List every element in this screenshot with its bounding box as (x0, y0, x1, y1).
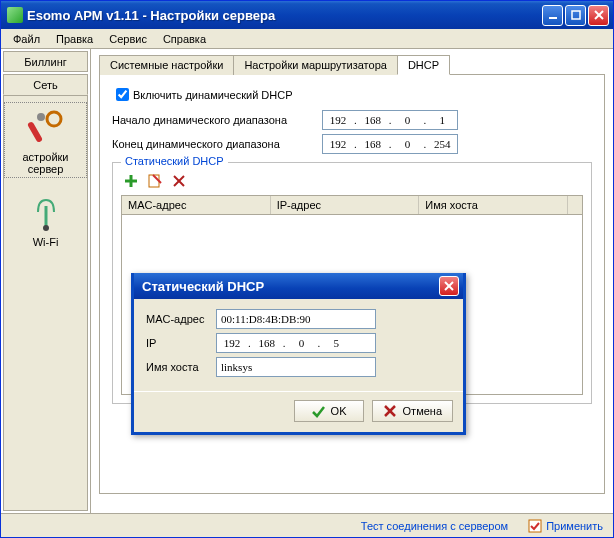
close-button[interactable] (588, 5, 609, 26)
dialog-close-button[interactable] (439, 276, 459, 296)
sidebar-item-label: астройки сервер (7, 151, 84, 175)
column-spacer (568, 196, 582, 214)
statusbar: Тест соединения с сервером Применить (1, 513, 613, 537)
column-ip[interactable]: IP-адрес (271, 196, 420, 214)
wifi-icon (24, 190, 68, 234)
menu-edit[interactable]: Правка (48, 31, 101, 47)
range-end-input[interactable]: . . . (322, 134, 458, 154)
hostname-input[interactable] (216, 357, 376, 377)
tab-system-settings[interactable]: Системные настройки (99, 55, 234, 75)
fieldset-legend: Статический DHCP (121, 155, 228, 167)
menu-help[interactable]: Справка (155, 31, 214, 47)
mac-input[interactable] (216, 309, 376, 329)
mac-label: MAC-адрес (146, 313, 216, 325)
apply-icon (528, 519, 542, 533)
window-title: Esomo АРМ v1.11 - Настройки сервера (27, 8, 542, 23)
add-icon[interactable] (123, 173, 139, 189)
svg-rect-19 (529, 520, 541, 532)
check-icon (311, 404, 325, 418)
dialog-titlebar[interactable]: Статический DHCP (134, 273, 463, 299)
sidebar-tab-network[interactable]: Сеть (3, 74, 88, 95)
static-dhcp-table-header: MAC-адрес IP-адрес Имя хоста (121, 195, 583, 215)
static-dhcp-dialog: Статический DHCP MAC-адрес IP . . . (131, 273, 466, 435)
enable-dhcp-label: Включить динамический DHCP (133, 89, 293, 101)
maximize-button[interactable] (565, 5, 586, 26)
range-end-label: Конец динамического диапазона (112, 138, 322, 150)
enable-dhcp-checkbox[interactable] (116, 88, 129, 101)
menu-service[interactable]: Сервис (101, 31, 155, 47)
ip-label: IP (146, 337, 216, 349)
wrench-gear-icon (24, 105, 68, 149)
minimize-button[interactable] (542, 5, 563, 26)
column-hostname[interactable]: Имя хоста (419, 196, 568, 214)
svg-rect-5 (26, 121, 42, 143)
sidebar-tab-billing[interactable]: Биллинг (3, 51, 88, 72)
dialog-title: Статический DHCP (142, 279, 439, 294)
cancel-button[interactable]: Отмена (372, 400, 453, 422)
delete-icon[interactable] (171, 173, 187, 189)
apply-link[interactable]: Применить (528, 519, 603, 533)
ok-button[interactable]: OK (294, 400, 364, 422)
x-icon (383, 404, 397, 418)
sidebar-item-server-settings[interactable]: астройки сервер (4, 102, 87, 178)
menu-file[interactable]: Файл (5, 31, 48, 47)
app-icon (7, 7, 23, 23)
range-start-label: Начало динамического диапазона (112, 114, 322, 126)
svg-rect-1 (572, 11, 580, 19)
range-start-input[interactable]: . . . (322, 110, 458, 130)
hostname-label: Имя хоста (146, 361, 216, 373)
column-mac[interactable]: MAC-адрес (122, 196, 271, 214)
svg-rect-0 (549, 17, 557, 19)
edit-icon[interactable] (147, 173, 163, 189)
titlebar[interactable]: Esomo АРМ v1.11 - Настройки сервера (1, 1, 613, 29)
menubar: Файл Правка Сервис Справка (1, 29, 613, 49)
sidebar-item-label: Wi-Fi (24, 236, 68, 248)
sidebar: Биллинг Сеть астройки сервер (1, 49, 91, 513)
tab-dhcp[interactable]: DHCP (397, 55, 450, 75)
test-connection-link[interactable]: Тест соединения с сервером (361, 520, 508, 532)
svg-point-8 (43, 225, 49, 231)
sidebar-item-wifi[interactable]: Wi-Fi (24, 190, 68, 248)
svg-point-4 (47, 112, 61, 126)
svg-point-6 (37, 113, 45, 121)
tab-strip: Системные настройки Настройки маршрутиза… (99, 55, 605, 75)
ip-input[interactable]: . . . (216, 333, 376, 353)
tab-router-settings[interactable]: Настройки маршрутизатора (233, 55, 397, 75)
